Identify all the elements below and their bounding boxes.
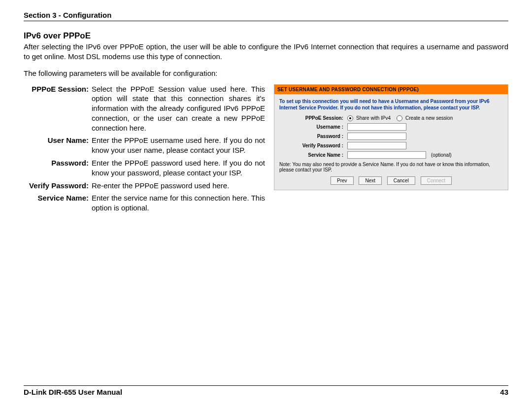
footer-left: D-Link DIR-655 User Manual (24, 388, 122, 396)
panel-footnote: Note: You may also need to provide a Ser… (279, 162, 503, 172)
page-title: IPv6 over PPPoE (24, 31, 508, 41)
def-row: Verify Password: Re-enter the PPPoE pass… (24, 181, 265, 191)
def-term: PPPoE Session: (24, 84, 92, 133)
session-radio-share[interactable] (347, 115, 353, 121)
footer-page-number: 43 (500, 388, 508, 396)
next-button[interactable]: Next (359, 176, 382, 185)
username-label: Username : (279, 124, 347, 130)
verify-password-input[interactable] (347, 142, 406, 149)
form-row-session: PPPoE Session: Share with IPv4 Create a … (279, 115, 503, 121)
password-input[interactable] (347, 133, 406, 140)
def-term: Verify Password: (24, 181, 92, 191)
pppoe-panel: SET USERNAME AND PASSWORD CONNECTION (PP… (274, 84, 508, 190)
prev-button[interactable]: Prev (331, 176, 354, 185)
def-row: User Name: Enter the PPPoE username used… (24, 136, 265, 155)
page-footer: D-Link DIR-655 User Manual 43 (24, 385, 508, 396)
session-label: PPPoE Session: (279, 115, 347, 121)
optional-text: (optional) (431, 152, 452, 158)
username-input[interactable] (347, 123, 406, 131)
form-row-service: Service Name : (optional) (279, 151, 503, 159)
session-opt1-text: Share with IPv4 (356, 115, 391, 121)
def-row: Service Name: Enter the service name for… (24, 193, 265, 213)
definitions-list: PPPoE Session: Select the PPPoE Session … (24, 84, 265, 216)
def-row: PPPoE Session: Select the PPPoE Session … (24, 84, 265, 133)
def-desc: Select the PPPoE Session value used here… (92, 84, 265, 133)
session-radio-new[interactable] (397, 115, 402, 121)
connect-button: Connect (421, 176, 452, 185)
service-name-input[interactable] (347, 151, 426, 159)
def-desc: Enter the PPPoE password used here. If y… (92, 158, 265, 178)
form-row-username: Username : (279, 123, 503, 131)
verify-label: Verify Password : (279, 143, 347, 148)
panel-note: To set up this connection you will need … (279, 98, 503, 111)
section-header: Section 3 - Configuration (24, 11, 508, 21)
def-term: User Name: (24, 136, 92, 155)
button-row: Prev Next Cancel Connect (279, 176, 503, 185)
password-label: Password : (279, 134, 347, 139)
sub-paragraph: The following parameters will be availab… (24, 69, 508, 77)
def-term: Password: (24, 158, 92, 178)
def-row: Password: Enter the PPPoE password used … (24, 158, 265, 178)
def-term: Service Name: (24, 193, 92, 213)
cancel-button[interactable]: Cancel (387, 176, 415, 185)
def-desc: Enter the PPPoE username used here. If y… (92, 136, 265, 155)
form-row-password: Password : (279, 133, 503, 140)
def-desc: Enter the service name for this connecti… (92, 193, 265, 213)
form-row-verify: Verify Password : (279, 142, 503, 149)
service-label: Service Name : (279, 152, 347, 158)
panel-title-bar: SET USERNAME AND PASSWORD CONNECTION (PP… (274, 85, 508, 94)
intro-paragraph: After selecting the IPv6 over PPPoE opti… (24, 42, 508, 62)
session-opt2-text: Create a new session (405, 115, 453, 121)
def-desc: Re-enter the PPPoE password used here. (92, 181, 265, 191)
